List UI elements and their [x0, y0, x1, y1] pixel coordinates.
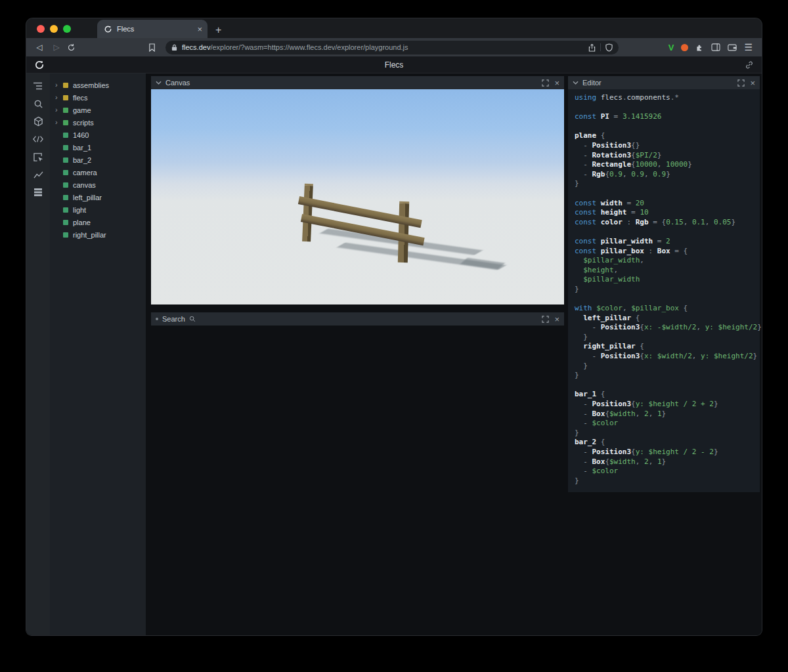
extension-orange-icon[interactable]	[681, 44, 688, 51]
code-token: }	[657, 151, 662, 159]
code-token: }	[662, 457, 667, 466]
tree-item-plane[interactable]: plane	[50, 216, 146, 228]
menu-button[interactable]: ☰	[744, 42, 753, 52]
chevron-down-icon[interactable]	[156, 81, 162, 85]
close-icon[interactable]: ×	[554, 79, 559, 87]
brave-shield-icon[interactable]	[605, 43, 613, 52]
tree-item-camera[interactable]: camera	[50, 166, 146, 178]
code-line: bar_2 {	[575, 438, 753, 448]
stats-icon[interactable]	[32, 186, 45, 198]
window-close-button[interactable]	[37, 25, 45, 33]
url-bar[interactable]: flecs.dev/explorer/?wasm=https://www.fle…	[165, 41, 619, 54]
window-zoom-button[interactable]	[63, 25, 71, 33]
code-token: 0.15	[666, 218, 684, 226]
tab-close-icon[interactable]: ×	[197, 25, 202, 33]
entity-color-swatch	[63, 182, 68, 188]
code-line: }	[575, 429, 753, 438]
code-token: ,	[614, 266, 619, 274]
expand-icon[interactable]	[737, 79, 745, 87]
editor-panel-header[interactable]: Editor ×	[568, 76, 760, 89]
app-body: ›assemblies›flecs›game›scripts1460bar_1b…	[26, 74, 762, 635]
code-token: $pillar_width	[583, 256, 640, 264]
code-token: 0.1	[692, 218, 705, 226]
code-line: const pillar_box : Box = {	[575, 247, 753, 257]
code-token: Position3	[592, 448, 632, 456]
close-icon[interactable]: ×	[554, 315, 559, 324]
code-token: left_pillar	[583, 314, 631, 322]
code-token: }	[575, 371, 579, 379]
tree-item-scripts[interactable]: ›scripts	[50, 116, 146, 129]
tree-item-bar_1[interactable]: bar_1	[50, 141, 146, 154]
code-line: const color : Rgb = {0.15, 0.1, 0.05}	[575, 218, 753, 228]
close-icon[interactable]: ×	[750, 79, 755, 87]
flecs-logo-icon[interactable]	[34, 60, 45, 70]
fence-left-pillar	[302, 184, 313, 242]
inspect-icon[interactable]	[32, 151, 45, 163]
expand-chevron-icon[interactable]: ›	[55, 106, 60, 114]
url-path: /explorer/?wasm=https://www.flecs.dev/ex…	[210, 43, 408, 51]
code-token: x: $width/2	[644, 352, 692, 360]
tree-item-canvas[interactable]: canvas	[50, 178, 146, 191]
editor-panel: Editor × using flecs.components.* const …	[568, 76, 760, 492]
cube-icon[interactable]	[32, 116, 45, 127]
canvas-viewport[interactable]	[151, 89, 564, 304]
tree-item-light[interactable]: light	[50, 203, 146, 216]
code-icon[interactable]	[32, 133, 45, 145]
app-title: Flecs	[26, 60, 762, 70]
tree-item-game[interactable]: ›game	[50, 104, 146, 116]
code-line: - Position3{}	[575, 141, 753, 151]
code-token: = {	[649, 218, 667, 226]
expand-chevron-icon[interactable]: ›	[55, 81, 60, 89]
share-link-icon[interactable]	[745, 60, 754, 70]
code-token	[575, 342, 583, 350]
code-line	[575, 294, 753, 304]
search-icon[interactable]	[32, 98, 45, 110]
back-button[interactable]: ◁	[33, 43, 46, 52]
tree-item-label: game	[73, 106, 91, 114]
chart-icon[interactable]	[32, 169, 45, 180]
expand-chevron-icon[interactable]: ›	[55, 119, 60, 126]
expand-chevron-icon[interactable]: ›	[55, 94, 60, 101]
editor-code[interactable]: using flecs.components.* const PI = 3.14…	[568, 89, 760, 492]
sidebar-toggle-icon[interactable]	[711, 43, 720, 51]
expand-icon[interactable]	[542, 79, 549, 87]
search-panel-header[interactable]: Search ×	[151, 312, 564, 326]
code-token: -	[575, 352, 601, 360]
code-token: 10000	[636, 160, 657, 169]
wallet-icon[interactable]	[728, 44, 737, 51]
code-token: ,	[692, 352, 701, 360]
extensions-puzzle-icon[interactable]	[695, 43, 704, 52]
reload-button[interactable]	[67, 43, 80, 52]
entity-color-swatch	[63, 95, 68, 100]
code-token: Rgb	[592, 170, 605, 178]
tree-item-1460[interactable]: 1460	[50, 129, 146, 141]
tree-item-bar_2[interactable]: bar_2	[50, 154, 146, 166]
canvas-panel-header[interactable]: Canvas ×	[151, 76, 564, 89]
share-button[interactable]	[588, 43, 596, 52]
window-minimize-button[interactable]	[50, 25, 58, 33]
bookmark-icon[interactable]	[148, 43, 162, 52]
tree-item-label: scripts	[73, 119, 94, 127]
entity-tree-icon[interactable]	[32, 80, 45, 92]
chevron-down-icon[interactable]	[573, 81, 579, 85]
code-token: .	[623, 93, 627, 102]
expand-icon[interactable]	[542, 316, 549, 323]
code-token: 3.1415926	[623, 112, 662, 121]
code-token: {	[605, 457, 609, 466]
tree-item-flecs[interactable]: ›flecs	[50, 91, 146, 104]
code-token: -	[575, 467, 592, 475]
code-token: Box	[592, 410, 605, 418]
code-line	[575, 122, 753, 132]
tree-item-label: light	[73, 206, 86, 214]
code-token: $width	[609, 410, 636, 418]
code-line: - Position3{y: $height / 2 + 2}	[575, 400, 753, 410]
tree-item-left_pillar[interactable]: left_pillar	[50, 191, 146, 203]
code-token: -	[575, 448, 592, 456]
forward-button[interactable]: ▷	[50, 43, 63, 52]
code-token: const	[575, 237, 601, 245]
extension-v-button[interactable]: V	[668, 43, 674, 52]
new-tab-button[interactable]: +	[215, 25, 221, 35]
tree-item-right_pillar[interactable]: right_pillar	[50, 228, 146, 241]
browser-tab[interactable]: Flecs ×	[97, 20, 208, 38]
tree-item-assemblies[interactable]: ›assemblies	[50, 79, 146, 91]
